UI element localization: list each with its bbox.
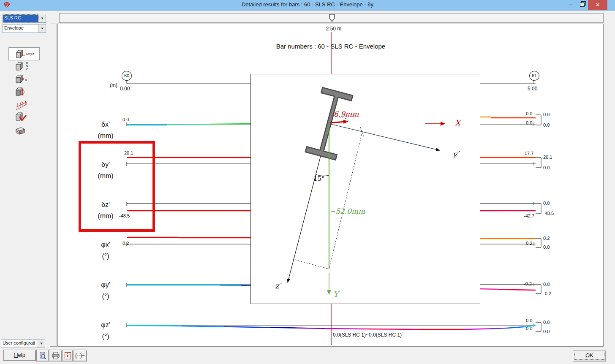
right-near-top-dy: 17.7 — [525, 151, 533, 156]
help-button[interactable]: Help — [3, 350, 36, 361]
cube-points-icon — [14, 124, 27, 135]
row-unit-fz: (°) — [91, 333, 120, 340]
print-button[interactable] — [49, 350, 62, 361]
bracket-top-fy: 0.0 — [543, 282, 550, 287]
bracket-bottom-fy: -0.2 — [543, 291, 551, 296]
cube-icon — [14, 61, 25, 72]
x-displacement-arrow — [330, 122, 348, 123]
cube-rebar-icon — [14, 86, 27, 97]
deflection-arrows-icon — [14, 99, 29, 110]
row-label-fx: φx' — [91, 241, 120, 249]
bracket-bottom-fz: 0.0 — [543, 329, 550, 334]
row-label-fz: φz' — [91, 321, 120, 329]
dx-value-label: 6.9mm — [334, 110, 359, 118]
svg-text:σ: σ — [25, 78, 27, 82]
bracket-bottom-dz: -48.5 — [543, 211, 554, 216]
y-prime-axis — [329, 124, 440, 150]
result-type-value: SLS RC — [3, 14, 38, 22]
parameters-button[interactable]: (··)~ — [73, 350, 87, 361]
print-preview-icon — [39, 352, 46, 359]
cube-sigma-icon: σ — [14, 73, 29, 84]
position-slider-track[interactable] — [59, 13, 604, 23]
cube-axes-icon — [15, 49, 26, 60]
bracket-bottom-dy: 0.0 — [543, 165, 550, 170]
section-diagram — [251, 74, 480, 304]
right-near-top-fx: 0.2 — [526, 241, 532, 246]
sidebar-icon-points[interactable] — [8, 123, 39, 136]
bracket-top-fz: 0.0 — [543, 320, 550, 325]
print-preview-button[interactable] — [36, 350, 49, 361]
left-gutter — [50, 24, 57, 347]
row-label-dx: δx' — [91, 121, 120, 128]
bar-number-left: 60 — [122, 71, 132, 81]
result-type-combobox[interactable]: SLS RC ▼ — [3, 14, 46, 23]
bracket-bottom-fx: 0.0 — [543, 244, 550, 250]
chevron-down-icon[interactable]: ▼ — [38, 24, 46, 33]
sidebar-icon-displacements[interactable]: Dx'y'z' — [8, 47, 40, 60]
diagram-title: Bar numbers : 60 - SLS RC - Envelope — [267, 43, 394, 50]
sidebar-icon-deflection[interactable] — [8, 98, 39, 110]
axis-right-position: 5.00 — [528, 86, 537, 92]
printer-icon — [52, 352, 60, 359]
angle-label: 15° — [313, 175, 325, 182]
restore-icon — [580, 3, 585, 7]
info-button[interactable]: i — [62, 350, 73, 361]
configuration-combobox[interactable]: User configurati ▼ — [1, 339, 45, 348]
sidebar-icon-stresses[interactable]: σ — [8, 73, 39, 85]
axis-left-position: 0.00 — [120, 86, 130, 92]
bracket-top-fx: 0.2 — [543, 236, 550, 241]
bracket-top-dx: 0.0 — [543, 112, 550, 117]
configuration-value: User configurati — [1, 340, 38, 348]
case-combobox[interactable]: Envelope ▼ — [3, 24, 46, 33]
construction-lines — [292, 115, 364, 269]
y-axis-label: Y — [333, 290, 338, 299]
bracket-top-dz: 0.0 — [543, 201, 550, 206]
chevron-down-icon[interactable]: ▼ — [38, 14, 46, 22]
icon-label: Dx'y'z' — [26, 52, 35, 55]
sidebar-icon-forces[interactable]: M N V — [8, 60, 39, 72]
bracket-top-dy: 20.1 — [543, 155, 552, 160]
left-value-fx: 0.2 — [122, 241, 129, 246]
ok-button[interactable]: OK — [573, 350, 606, 361]
right-near-top-dx: 0.0 — [526, 111, 532, 116]
x-axis-label: X — [455, 118, 460, 127]
title-bar: Detailed results for bars : 60 - SLS RC … — [0, 0, 615, 11]
axis-unit-label: (m) — [110, 82, 117, 88]
chevron-down-icon[interactable]: ▼ — [38, 340, 45, 348]
section-displacement-popup[interactable]: 6.9mm X y′ z′ Y −52.0mm 15° — [250, 74, 480, 304]
right-near-top-fz: 0.0 — [526, 318, 532, 323]
left-value-dx: 0.0 — [122, 117, 129, 122]
row-unit-fx: (°) — [91, 253, 120, 260]
right-near-bottom-fz: 0.0 — [526, 326, 532, 331]
info-icon: i — [65, 352, 71, 359]
case-value: Envelope — [3, 24, 38, 33]
row-label-fy: φy' — [91, 281, 120, 289]
cursor-value-annotation: 0.0(SLS RC 1)~0.0(SLS RC 1) — [333, 332, 402, 338]
right-near-bottom-dz: -42.7 — [524, 213, 534, 218]
sidebar-icon-reinforcement[interactable] — [8, 85, 39, 98]
position-slider-marker[interactable] — [329, 14, 335, 22]
highlight-rectangle — [79, 141, 155, 232]
close-button[interactable]: ✕ — [588, 0, 607, 10]
icon-label: M N V — [26, 62, 28, 71]
row-unit-dx: (mm) — [91, 132, 120, 140]
minimize-button[interactable]: – — [565, 0, 576, 10]
cursor-position-label: 2.50 m — [323, 26, 344, 32]
restore-button[interactable] — [577, 0, 588, 10]
right-near-bottom-dx: 0.0 — [526, 120, 532, 125]
parameters-icon: (··)~ — [75, 353, 85, 359]
cube-check-icon — [14, 111, 29, 123]
y-prime-label: y′ — [453, 149, 459, 158]
right-near-top-fy: -0.2 — [524, 281, 532, 286]
bracket-bottom-dx: 0.0 — [543, 122, 550, 128]
sidebar-icon-verification[interactable] — [8, 111, 39, 123]
bar-number-right: 61 — [529, 71, 539, 81]
window-title: Detailed results for bars : 60 - SLS RC … — [0, 1, 615, 8]
z-prime-label: z′ — [275, 281, 281, 290]
row-unit-fy: (°) — [91, 293, 120, 300]
dy-value-label: −52.0mm — [329, 207, 365, 215]
